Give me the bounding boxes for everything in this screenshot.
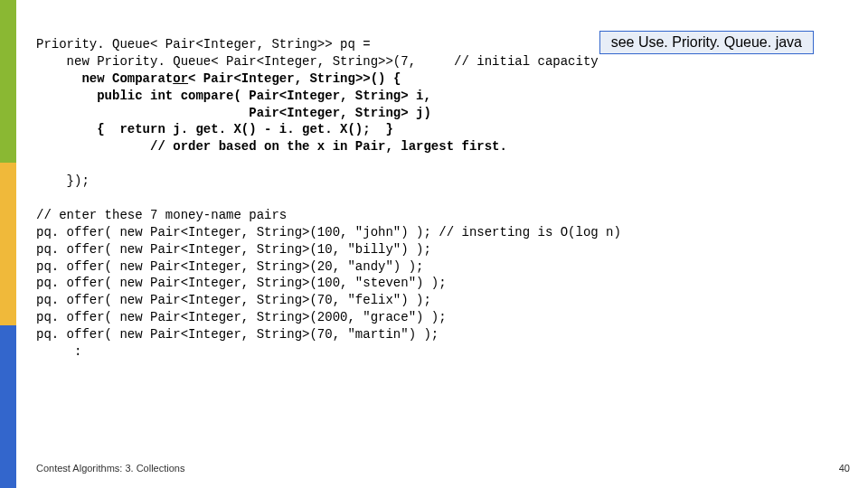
stripe-blue <box>0 325 16 488</box>
code-line: // order based on the x in Pair, largest… <box>36 139 507 154</box>
page-number: 40 <box>839 463 850 474</box>
footer: Contest Algorithms: 3. Collections 40 <box>36 463 850 474</box>
code-line: Pair<Integer, String> j) <box>36 106 431 120</box>
code-line: pq. offer( new Pair<Integer, String>(100… <box>36 225 621 239</box>
sidebar-stripe <box>0 0 16 488</box>
code-line: : <box>36 344 81 359</box>
code-line: pq. offer( new Pair<Integer, String>(20,… <box>36 259 423 274</box>
code-line: public int compare( Pair<Integer, String… <box>36 89 431 103</box>
code-line: pq. offer( new Pair<Integer, String>(10,… <box>36 242 431 257</box>
code-line: pq. offer( new Pair<Integer, String>(200… <box>36 310 447 324</box>
code-line: pq. offer( new Pair<Integer, String>(70,… <box>36 327 439 342</box>
footer-title: Contest Algorithms: 3. Collections <box>36 463 184 474</box>
stripe-yellow <box>0 163 16 325</box>
code-line: < Pair<Integer, String>>() { <box>188 71 401 86</box>
code-block: Priority. Queue< Pair<Integer, String>> … <box>36 36 850 361</box>
stripe-green <box>0 0 16 163</box>
code-underline: or <box>173 71 188 86</box>
code-line: }); <box>36 174 90 188</box>
slide-content: Priority. Queue< Pair<Integer, String>> … <box>36 36 850 361</box>
code-line: pq. offer( new Pair<Integer, String>(70,… <box>36 293 431 307</box>
code-line: new Priority. Queue< Pair<Integer, Strin… <box>36 54 599 69</box>
code-line: pq. offer( new Pair<Integer, String>(100… <box>36 276 447 290</box>
code-line: Priority. Queue< Pair<Integer, String>> … <box>36 37 371 52</box>
code-comment: // enter these 7 money-name pairs <box>36 208 287 222</box>
code-line: new Comparat <box>36 71 173 86</box>
code-line: { return j. get. X() - i. get. X(); } <box>36 122 393 136</box>
